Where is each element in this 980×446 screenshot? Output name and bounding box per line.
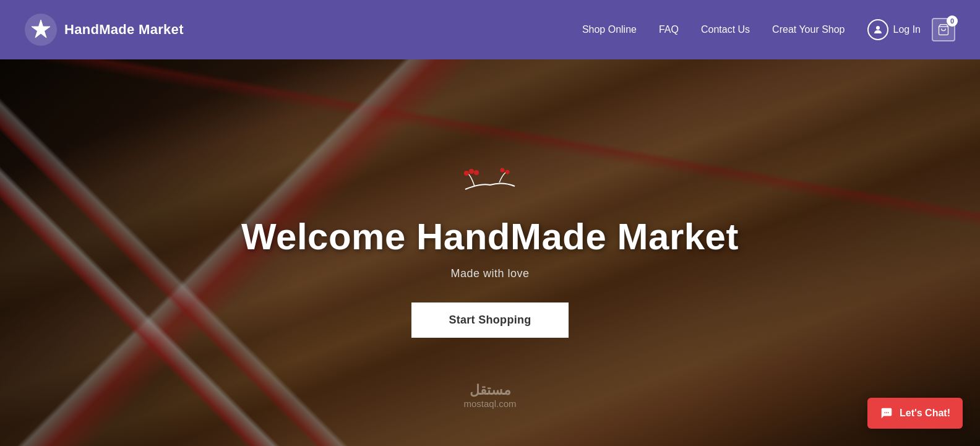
star-icon bbox=[30, 19, 52, 41]
login-label: Log In bbox=[893, 24, 921, 35]
watermark-arabic: مستقل bbox=[463, 382, 516, 398]
svg-point-5 bbox=[474, 170, 479, 175]
navbar-actions: Log In 0 bbox=[867, 18, 955, 41]
cart-badge: 0 bbox=[947, 15, 958, 27]
nav-creat-shop[interactable]: Creat Your Shop bbox=[772, 24, 845, 35]
user-login-button[interactable]: Log In bbox=[867, 19, 921, 40]
hero-title: Welcome HandMade Market bbox=[241, 217, 739, 257]
svg-point-7 bbox=[500, 168, 504, 173]
decoration-branch-icon bbox=[453, 168, 527, 202]
brand-logo bbox=[25, 14, 57, 46]
svg-point-4 bbox=[469, 169, 474, 174]
svg-point-9 bbox=[886, 412, 887, 413]
user-avatar-icon bbox=[867, 19, 888, 40]
chat-widget[interactable]: Let's Chat! bbox=[867, 398, 963, 429]
navbar: HandMade Market Shop Online FAQ Contact … bbox=[0, 0, 980, 59]
nav-shop-online[interactable]: Shop Online bbox=[582, 24, 637, 35]
hero-section: Welcome HandMade Market Made with love S… bbox=[0, 59, 980, 446]
hero-decoration bbox=[453, 168, 527, 204]
nav-links: Shop Online FAQ Contact Us Creat Your Sh… bbox=[582, 24, 845, 35]
brand-name: HandMade Market bbox=[64, 22, 184, 38]
svg-point-3 bbox=[464, 171, 469, 176]
brand-link[interactable]: HandMade Market bbox=[25, 14, 184, 46]
watermark: مستقل mostaql.com bbox=[463, 382, 516, 409]
chat-label: Let's Chat! bbox=[900, 408, 950, 419]
cart-button[interactable]: 0 bbox=[932, 18, 955, 41]
person-icon bbox=[872, 24, 883, 35]
svg-point-8 bbox=[884, 412, 885, 413]
start-shopping-button[interactable]: Start Shopping bbox=[411, 302, 568, 338]
nav-faq[interactable]: FAQ bbox=[659, 24, 679, 35]
watermark-url: mostaql.com bbox=[463, 398, 516, 409]
svg-point-10 bbox=[888, 412, 889, 413]
svg-marker-0 bbox=[32, 20, 50, 38]
hero-subtitle: Made with love bbox=[450, 267, 529, 280]
cart-icon bbox=[937, 24, 950, 36]
chat-icon bbox=[880, 406, 893, 420]
hero-content: Welcome HandMade Market Made with love S… bbox=[241, 168, 739, 338]
svg-point-6 bbox=[505, 170, 509, 174]
svg-point-1 bbox=[876, 26, 880, 30]
nav-contact-us[interactable]: Contact Us bbox=[701, 24, 750, 35]
